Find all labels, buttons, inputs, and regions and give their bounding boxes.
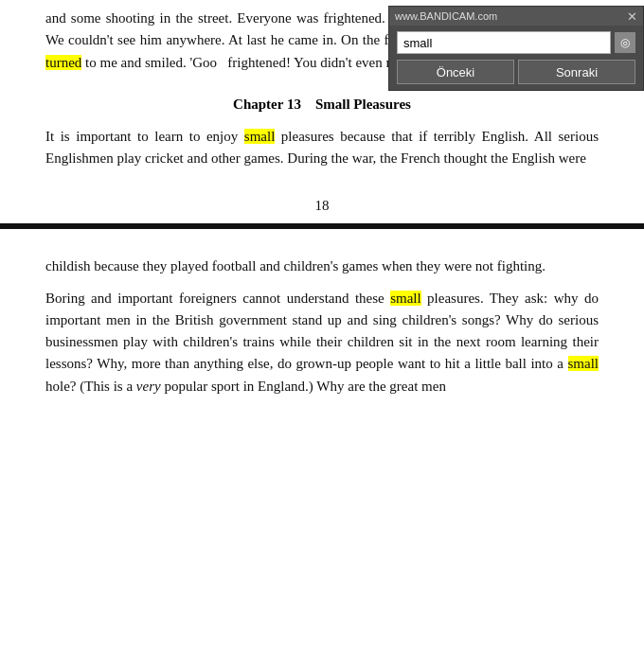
page-bottom-section: childish because they played football an…	[0, 229, 644, 397]
clear-search-button[interactable]: ◎	[615, 32, 635, 53]
search-highlight-turned: turned	[45, 55, 81, 70]
chapter-title: Small Pleasures	[315, 97, 411, 112]
page-top-section: and some shooting in the street. Everyon…	[0, 0, 644, 74]
italic-very: very	[136, 379, 161, 394]
search-highlight-small1: small	[244, 129, 276, 144]
find-input-row: ◎	[397, 31, 635, 54]
close-icon[interactable]: ✕	[627, 10, 637, 23]
find-toolbar-body: ◎ Önceki Sonraki	[389, 26, 643, 90]
bottom-paragraph-1: childish because they played football an…	[45, 256, 599, 277]
next-button[interactable]: Sonraki	[518, 60, 635, 84]
find-toolbar: www.BANDICAM.com ✕ ◎ Önceki Sonraki	[388, 6, 644, 91]
body-text-top: It is important to learn to enjoy small …	[0, 126, 644, 170]
bottom-paragraph-2: Boring and important foreigners cannot u…	[45, 288, 599, 397]
search-input[interactable]	[397, 31, 611, 54]
search-highlight-small2: small	[390, 291, 421, 306]
chapter-intro-paragraph: It is important to learn to enjoy small …	[45, 126, 599, 170]
find-toolbar-title: www.BANDICAM.com	[395, 10, 497, 22]
find-toolbar-header: www.BANDICAM.com ✕	[389, 7, 643, 26]
chapter-heading: Chapter 13 Small Pleasures	[0, 97, 644, 113]
prev-button[interactable]: Önceki	[397, 60, 514, 84]
find-buttons-row: Önceki Sonraki	[397, 60, 635, 84]
chapter-number: Chapter 13	[233, 97, 301, 112]
search-highlight-small3: small	[568, 356, 599, 371]
page-number: 18	[0, 198, 644, 214]
clear-icon: ◎	[620, 36, 630, 49]
